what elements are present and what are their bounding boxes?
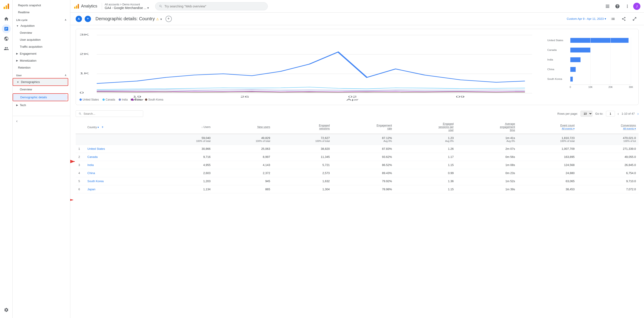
svg-rect-25 xyxy=(570,57,580,62)
title-dropdown[interactable]: ▾ xyxy=(160,17,162,21)
nav-sidebar: Reports snapshot Realtime Life cycle ∧ ▼… xyxy=(12,0,70,318)
collapse-nav[interactable]: ‹ xyxy=(12,116,70,126)
col-num xyxy=(76,121,85,134)
row-4-engaged-per-user: 0.99 xyxy=(395,169,456,177)
audience-icon[interactable] xyxy=(2,44,11,53)
account-section: All accounts > Demo Account GA4 - Google… xyxy=(102,3,149,10)
row-5-conversions: 9,710.0 xyxy=(577,177,638,185)
nav-overview[interactable]: Overview xyxy=(12,29,68,36)
row-2-engaged-per-user: 1.17 xyxy=(395,153,456,161)
row-1-users: 30,866 xyxy=(154,145,213,153)
row-6-new-users: 865 xyxy=(213,185,273,193)
collapse-icon[interactable]: ‹ xyxy=(16,119,18,124)
svg-rect-5 xyxy=(78,4,79,8)
col-new-users[interactable]: New users xyxy=(213,121,273,134)
reports-icon[interactable] xyxy=(2,24,11,33)
row-1-country[interactable]: United States xyxy=(85,145,154,153)
svg-text:2K: 2K xyxy=(80,52,90,56)
table-search-input[interactable] xyxy=(84,112,140,115)
help-icon[interactable] xyxy=(614,2,622,10)
legend-south-korea: South Korea xyxy=(145,98,163,101)
svg-text:Canada: Canada xyxy=(548,48,557,51)
user-section: User ∧ xyxy=(12,71,70,78)
row-3-users: 4,955 xyxy=(154,161,213,169)
expand-icon[interactable] xyxy=(630,15,638,23)
nav-dem-overview[interactable]: Overview xyxy=(12,86,68,93)
nav-acquisition[interactable]: ▼ Acquisition xyxy=(12,22,68,29)
row-1-conversions: 271,339.0 xyxy=(577,145,638,153)
row-4-country[interactable]: China xyxy=(85,169,154,177)
search-bar[interactable] xyxy=(155,2,268,10)
row-4-new-users: 2,372 xyxy=(213,169,273,177)
explore-icon[interactable] xyxy=(2,34,11,43)
add-filter-button[interactable]: + xyxy=(166,16,172,22)
user-avatar[interactable]: J xyxy=(633,3,640,10)
total-engaged-per-user: 1.23 Avg 0% xyxy=(395,134,456,145)
app-logo-area: Analytics xyxy=(74,3,97,9)
legend-dot-us xyxy=(80,99,82,101)
row-5-engagement-rate: 79.92% xyxy=(332,177,394,185)
analytics-logo[interactable] xyxy=(2,2,11,11)
row-1-engaged-sessions: 38,820 xyxy=(273,145,332,153)
row-3-engaged-per-user: 1.15 xyxy=(395,161,456,169)
nav-traffic-acquisition[interactable]: Traffic acquisition xyxy=(12,43,68,50)
row-5-engaged-sessions: 1,632 xyxy=(273,177,332,185)
share-icon[interactable] xyxy=(620,15,628,23)
date-selector[interactable]: Custom Apr 9 - Apr 11, 2023 ▾ xyxy=(567,17,606,20)
row-6-engaged-sessions: 1,304 xyxy=(273,185,332,193)
row-3-country[interactable]: India xyxy=(85,161,154,169)
legend-dot-south-korea xyxy=(145,99,147,101)
nav-user-acquisition[interactable]: User acquisition xyxy=(12,36,68,43)
table-row: 2 Canada 9,716 8,997 11,345 93.62% 1.17 … xyxy=(76,153,638,161)
svg-rect-29 xyxy=(570,77,573,82)
svg-text:09: 09 xyxy=(456,95,465,98)
data-table-wrapper: Country ▾ + ↓ Users New users Engagedses… xyxy=(76,121,638,193)
home-icon[interactable] xyxy=(2,14,11,23)
col-event-count[interactable]: Event countAll events ▾ xyxy=(518,121,577,134)
prev-page-button[interactable]: ‹ xyxy=(618,112,619,116)
nav-demographic-details[interactable]: Demographic details xyxy=(13,94,68,101)
col-conversions[interactable]: ConversionsAll events ▾ xyxy=(577,121,638,134)
row-2-avg-engagement: 0m 56s xyxy=(456,153,518,161)
next-page-button[interactable]: › xyxy=(638,112,638,116)
more-vert-icon[interactable] xyxy=(623,2,632,10)
header-actions: J xyxy=(604,2,640,10)
nav-tech[interactable]: ▶ Tech xyxy=(12,102,68,109)
search-input[interactable] xyxy=(164,4,264,8)
col-engagement-rate[interactable]: Engagementrate xyxy=(332,121,394,134)
content-area: Analytics All accounts > Demo Account GA… xyxy=(70,0,644,318)
svg-text:02: 02 xyxy=(348,95,357,98)
row-4-conversions: 6,754.0 xyxy=(577,169,638,177)
col-engaged-per-user[interactable]: Engagedsessions peruser xyxy=(395,121,456,134)
add-comparison-button[interactable]: + xyxy=(85,16,91,22)
table-view-icon[interactable] xyxy=(609,15,617,23)
go-to-page-input[interactable] xyxy=(606,111,615,117)
go-to-label: Go to: xyxy=(595,112,603,115)
row-6-country[interactable]: Japan xyxy=(85,185,154,193)
nav-realtime[interactable]: Realtime xyxy=(12,9,68,16)
page-info: 1-10 of 47 xyxy=(622,112,635,115)
nav-retention[interactable]: Retention xyxy=(12,64,68,71)
table-search-icon xyxy=(78,112,82,115)
legend-india: India xyxy=(119,98,128,101)
nav-demographics[interactable]: ▼ Demographics xyxy=(13,78,68,85)
legend-dot-india xyxy=(119,99,121,101)
svg-text:30K: 30K xyxy=(629,86,634,88)
col-engaged-sessions[interactable]: Engagedsessions xyxy=(273,121,332,134)
settings-icon[interactable] xyxy=(2,306,11,315)
table-search[interactable] xyxy=(76,110,143,117)
row-5-country[interactable]: South Korea xyxy=(85,177,154,185)
account-name[interactable]: GA4 - Google Merchandise ... ▾ xyxy=(105,6,149,10)
svg-text:19: 19 xyxy=(133,95,142,98)
nav-monetization[interactable]: ▶ Monetization xyxy=(12,57,68,64)
row-3-engagement-rate: 86.52% xyxy=(332,161,394,169)
col-avg-engagement[interactable]: Averageengagementtime xyxy=(456,121,518,134)
col-country[interactable]: Country ▾ + xyxy=(85,121,154,134)
rows-per-page-select[interactable]: 10 25 50 xyxy=(580,111,592,117)
col-users[interactable]: ↓ Users xyxy=(154,121,213,134)
row-2-country[interactable]: Canada xyxy=(85,153,154,161)
nav-reports-snapshot[interactable]: Reports snapshot xyxy=(12,2,68,9)
add-dimension-button[interactable]: + xyxy=(102,125,104,129)
nav-engagement[interactable]: ▶ Engagement xyxy=(12,50,68,57)
apps-icon[interactable] xyxy=(604,2,612,10)
